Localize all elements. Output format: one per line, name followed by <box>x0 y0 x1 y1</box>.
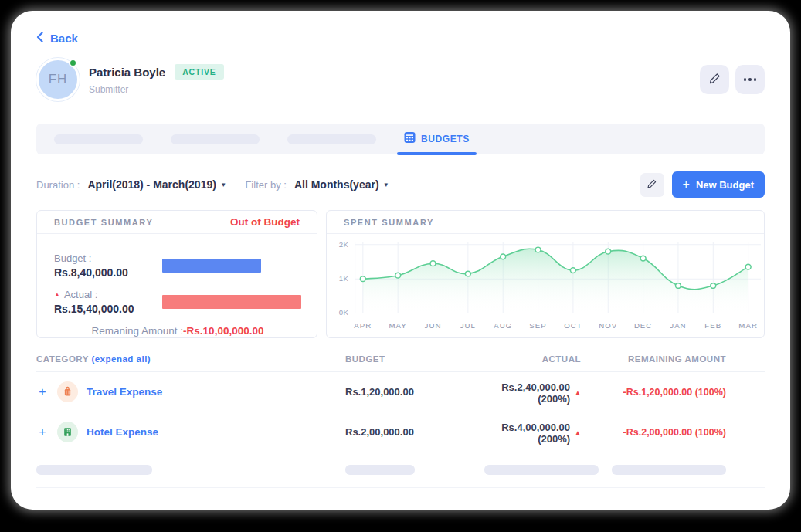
budget-summary-title: BUDGET SUMMARY <box>54 218 153 227</box>
table-row: + Hotel Expense Rs.2,00,000.00 Rs.4,00,0… <box>36 412 765 452</box>
tab-budgets[interactable]: BUDGETS <box>397 124 477 154</box>
remaining-cell: -Rs.1,20,000.00 (100%) <box>612 387 765 398</box>
budgets-calculator-icon <box>404 131 416 147</box>
duration-label: Duration : <box>36 179 80 191</box>
tab-budgets-label: BUDGETS <box>421 134 470 144</box>
pencil-icon <box>708 72 721 87</box>
budget-header: BUDGET <box>345 354 484 364</box>
chart-x-labels: APRMAYJUNJULAUGSEPOCTNOVDECJANFEBMAR <box>354 321 758 330</box>
filter-by-label: Filter by : <box>245 179 286 191</box>
spent-summary-card: SPENT SUMMARY 0K1K2KAPRMAYJUNJULAUGSEPOC… <box>326 210 765 338</box>
actual-cell: Rs.2,40,000.00 (200%) <box>484 381 570 405</box>
budget-bar <box>162 259 261 273</box>
budget-amount: Rs.8,40,000.00 <box>54 266 162 279</box>
budget-summary-card: BUDGET SUMMARY Out of Budget Budget : Rs… <box>36 210 317 338</box>
svg-text:MAR: MAR <box>738 321 758 330</box>
budget-cell: Rs.1,20,000.00 <box>345 386 484 398</box>
svg-text:JAN: JAN <box>670 321 686 330</box>
expand-row-button[interactable]: + <box>36 385 49 399</box>
plus-icon: + <box>683 178 690 191</box>
svg-text:DEC: DEC <box>634 321 652 330</box>
online-status-dot <box>69 59 77 67</box>
tab-skeleton <box>287 134 376 144</box>
chevron-down-icon: ▾ <box>222 181 226 188</box>
actual-label: Actual : <box>64 289 97 300</box>
new-budget-button[interactable]: + New Budget <box>672 171 765 198</box>
svg-text:2K: 2K <box>339 240 349 249</box>
increase-indicator-icon: ▲ <box>575 429 581 436</box>
hotel-icon <box>57 422 78 442</box>
skeleton-row <box>36 452 765 488</box>
remaining-amount-label: Remaning Amount : <box>92 325 184 337</box>
budget-label: Budget : <box>54 252 91 264</box>
svg-text:SEP: SEP <box>529 321 546 330</box>
remaining-header: REMAINING AMOUNT <box>612 354 765 364</box>
filter-by-dropdown[interactable]: All Months(year) ▾ <box>294 178 388 191</box>
budget-cell: Rs.2,00,000.00 <box>345 426 484 438</box>
ellipsis-icon <box>744 78 757 81</box>
table-row: + Travel Expense Rs.1,20,000.00 Rs.2,40,… <box>36 372 765 412</box>
actual-header: ACTUAL <box>484 354 612 364</box>
profile-role: Submitter <box>89 84 224 95</box>
svg-text:FEB: FEB <box>704 321 721 330</box>
skeleton-pill <box>345 465 415 475</box>
duration-dropdown[interactable]: April(2018) - March(2019) ▾ <box>87 178 225 191</box>
status-badge: ACTIVE <box>175 64 223 80</box>
skeleton-pill <box>612 465 726 475</box>
actual-bar <box>162 295 301 309</box>
pencil-icon <box>647 178 657 191</box>
svg-text:0K: 0K <box>339 309 349 317</box>
skeleton-pill <box>484 465 599 475</box>
filter-by-value: All Months(year) <box>294 178 379 191</box>
app-window: Back FH Patricia Boyle ACTIVE Submitter <box>11 11 790 510</box>
expand-row-button[interactable]: + <box>36 425 49 439</box>
tab-bar: BUDGETS <box>36 124 765 154</box>
new-budget-label: New Budget <box>696 179 754 191</box>
category-link[interactable]: Travel Expense <box>87 386 162 398</box>
luggage-icon <box>57 381 78 402</box>
skeleton-pill <box>36 465 152 475</box>
svg-text:AUG: AUG <box>494 321 512 330</box>
back-link[interactable]: Back <box>36 32 78 45</box>
duration-value: April(2018) - March(2019) <box>87 178 216 191</box>
tab-skeleton <box>54 134 143 144</box>
svg-text:APR: APR <box>354 321 372 330</box>
edit-profile-button[interactable] <box>700 65 729 94</box>
chevron-left-icon <box>36 32 43 45</box>
svg-text:MAY: MAY <box>389 321 407 330</box>
edit-budget-button[interactable] <box>640 173 664 197</box>
chart-area <box>363 249 748 313</box>
profile-name: Patricia Boyle <box>89 66 165 79</box>
svg-text:JUN: JUN <box>425 321 442 330</box>
tab-skeleton <box>171 134 260 144</box>
avatar: FH <box>36 58 80 101</box>
increase-indicator-icon: ▲ <box>575 389 581 396</box>
actual-cell: Rs.4,00,000.00 (200%) <box>484 422 570 445</box>
back-label: Back <box>50 32 78 45</box>
category-header: CATEGORY <box>36 354 89 364</box>
remaining-amount-value: -Rs.10,00,000.00 <box>183 325 263 337</box>
chart-y-labels: 0K1K2K <box>339 240 349 317</box>
spent-summary-title: SPENT SUMMARY <box>344 218 434 227</box>
svg-text:OCT: OCT <box>564 321 582 330</box>
actual-amount: Rs.15,40,000.00 <box>54 303 162 315</box>
svg-text:JUL: JUL <box>460 321 476 330</box>
profile-header: FH Patricia Boyle ACTIVE Submitter <box>36 58 765 101</box>
expand-all-link[interactable]: (expenad all) <box>91 354 151 364</box>
filters-toolbar: Duration : April(2018) - March(2019) ▾ F… <box>36 171 765 198</box>
svg-text:NOV: NOV <box>599 321 617 330</box>
category-link[interactable]: Hotel Expense <box>87 426 158 438</box>
budget-table-header: CATEGORY (expenad all) BUDGET ACTUAL REM… <box>36 346 765 372</box>
svg-text:1K: 1K <box>339 274 349 283</box>
more-options-button[interactable] <box>735 65 765 94</box>
spent-summary-chart: 0K1K2KAPRMAYJUNJULAUGSEPOCTNOVDECJANFEBM… <box>327 236 764 336</box>
remaining-cell: -Rs.2,00,000.00 (100%) <box>612 427 765 438</box>
chevron-down-icon: ▾ <box>385 181 389 188</box>
out-of-budget-flag: Out of Budget <box>230 216 300 228</box>
increase-indicator-icon: ▲ <box>54 291 60 298</box>
